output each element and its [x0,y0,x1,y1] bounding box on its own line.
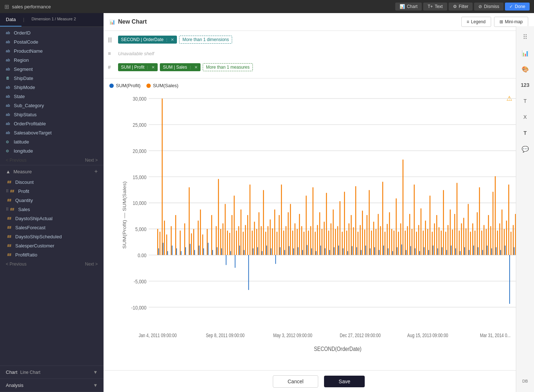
main-area: Data | Dimension 1 / Measure 2 ab OrderI… [0,13,534,392]
svg-text:-10,000: -10,000 [131,304,146,311]
field-shipmode[interactable]: ab ShipMode [0,83,104,92]
chart-panel: 📊 New Chart ≡ Legend ⊞ Mini-map [104,13,534,392]
field-salesforecast[interactable]: ## SalesForecast [0,223,104,232]
filter-icon: ⚙ [453,4,457,9]
analysis-section-row[interactable]: Analysis ▼ [0,379,104,392]
dim-next-btn[interactable]: Next > [85,158,98,163]
legend-btn[interactable]: ≡ Legend [461,17,491,27]
top-bar-actions: 📊 Chart T+ Text ⚙ Filter ⊘ Dismiss ✓ Don… [395,3,530,11]
shelf-tag-more-dimensions[interactable]: More than 1 dimensions [179,36,232,44]
field-quantity[interactable]: ## Quantity [0,196,104,205]
legend-dot-blue [109,84,114,88]
sidebar-comment-icon[interactable]: 💬 [519,142,532,155]
legend-dot-orange [146,84,151,88]
shelf-row-unavailable: ≡ Unavailable shelf [108,48,530,59]
field-postalcode[interactable]: ab PostalCode [0,37,104,47]
tag-profit-close-icon[interactable]: ✕ [151,65,155,70]
text-btn[interactable]: T+ Text [423,3,447,11]
modal-footer: Cancel Save [104,370,534,392]
done-btn[interactable]: ✓ Done [505,3,530,11]
shelf-row-measures: # SUM | Profit ⋮ ✕ SUM | Sales ⋮ ✕ More … [108,61,530,73]
field-productname[interactable]: ab ProductName [0,47,104,56]
field-sub-category[interactable]: ab Sub_Category [0,101,104,110]
shelf-tag-sales[interactable]: SUM | Sales ⋮ ✕ [160,63,200,71]
chart-btn[interactable]: 📊 Chart [395,3,422,11]
svg-text:20,000: 20,000 [133,148,146,154]
chart-svg: 30,000 25,000 20,000 15,000 10,000 5,000… [122,93,527,359]
tag-menu-icon[interactable]: ⋮ [165,38,169,42]
dismiss-btn[interactable]: ⊘ Dismiss [474,3,503,11]
svg-text:-5,000: -5,000 [134,278,146,285]
field-region[interactable]: ab Region [0,56,104,65]
svg-text:Sep 8, 2011 09:00:00: Sep 8, 2011 09:00:00 [206,333,245,338]
sidebar-x-axis-icon[interactable]: X [519,110,532,124]
shelf-row-columns: ||| SECOND | OrderDate ⋮ ✕ More than 1 d… [108,34,530,45]
field-salespercustomer[interactable]: ## SalesperCustomer [0,241,104,250]
shelf-tag-profit[interactable]: SUM | Profit ⋮ ✕ [118,63,158,71]
field-state[interactable]: ab State [0,92,104,101]
legend-item-profit: SUM(Profit) [109,83,141,88]
sidebar-text-format-icon[interactable]: T [519,94,532,108]
measure-section-header[interactable]: ▲ Measure + [0,165,104,178]
sidebar-chart-icon[interactable]: 📊 [519,47,532,60]
field-shipstatus[interactable]: ab ShipStatus [0,110,104,119]
tab-dimension-measure[interactable]: Dimension 1 / Measure 2 [26,13,82,27]
tag-sales-close-icon[interactable]: ✕ [194,65,198,70]
shelf-tag-orderdate[interactable]: SECOND | OrderDate ⋮ ✕ [118,36,177,44]
minimap-icon: ⊞ [499,19,503,24]
sidebar-palette-icon[interactable]: 🎨 [519,62,532,76]
field-profit[interactable]: ⠿ ## Profit [0,187,104,196]
analysis-chevron-icon: ▼ [93,383,98,388]
text-icon: T+ [428,4,433,9]
add-measure-btn[interactable]: + [94,168,98,175]
field-daystoshipactual[interactable]: ## DaystoShipActual [0,214,104,223]
field-segment[interactable]: ab Segment [0,65,104,74]
tag-profit-menu-icon[interactable]: ⋮ [146,65,149,69]
sidebar-dots-icon[interactable]: ⠿ [519,31,532,44]
chart-body: SUM(Profit) SUM(Sales) ⚠ [104,78,534,392]
rows-shelf-icon: ≡ [108,50,115,56]
field-orderid[interactable]: ab OrderID [0,28,104,37]
filter-btn[interactable]: ⚙ Filter [449,3,473,11]
app-title: sales performance [12,4,51,9]
tag-sales-menu-icon[interactable]: ⋮ [189,65,192,69]
chart-header-actions: ≡ Legend ⊞ Mini-map [461,17,528,27]
meas-next-btn[interactable]: Next > [85,262,98,267]
svg-text:Aug 15, 2013 09:00:00: Aug 15, 2013 09:00:00 [407,333,448,338]
field-discount[interactable]: ## Discount [0,178,104,187]
field-latitude[interactable]: ⊙ latitude [0,137,104,146]
meas-prev-btn[interactable]: < Previous [6,262,27,267]
legend-item-sales: SUM(Sales) [146,83,178,88]
field-daystoshipscheduled[interactable]: ## DaystoShipScheduled [0,232,104,241]
svg-text:Dec 27, 2012 09:00:00: Dec 27, 2012 09:00:00 [340,333,381,338]
field-salesabovetarget[interactable]: ab SalesaboveTarget [0,128,104,137]
top-bar: ⊞ sales performance 📊 Chart T+ Text ⚙ Fi… [0,0,534,13]
columns-shelf-icon: ||| [108,37,115,43]
save-button[interactable]: Save [324,376,365,387]
field-sales[interactable]: ⠿ ## Sales [0,205,104,214]
dim-prev-btn[interactable]: < Previous [6,158,27,163]
field-orderprofitable[interactable]: ab OrderProfitable [0,119,104,128]
tag-close-icon[interactable]: ✕ [171,37,174,42]
chart-title: New Chart [118,19,147,25]
measures-shelf-icon: # [108,64,115,70]
minimap-btn[interactable]: ⊞ Mini-map [494,17,528,27]
field-profitratio[interactable]: ## ProfitRatio [0,250,104,259]
sidebar-number-icon[interactable]: 123 [519,78,532,92]
shelf-tag-more-measures[interactable]: More than 1 measures [203,63,253,71]
cancel-button[interactable]: Cancel [273,375,319,388]
chart-section-row[interactable]: Chart Line Chart ▼ [0,366,104,379]
app-container: ⊞ sales performance 📊 Chart T+ Text ⚙ Fi… [0,0,534,392]
chart-icon-header: 📊 [109,19,115,25]
field-shipdate[interactable]: 🗓 ShipDate [0,74,104,83]
legend-icon: ≡ [467,19,469,24]
bottom-sections: Chart Line Chart ▼ Analysis ▼ [0,365,104,392]
dim-pagination: < Previous Next > [0,155,104,165]
sidebar-datasource-icon[interactable]: DB [519,375,532,388]
dismiss-icon: ⊘ [478,4,482,9]
tab-data[interactable]: Data [0,13,21,27]
svg-text:Jan 4, 2011 09:00:00: Jan 4, 2011 09:00:00 [139,333,177,338]
field-longitude[interactable]: ⊙ longitude [0,146,104,155]
svg-text:25,000: 25,000 [133,122,146,128]
sidebar-text-icon[interactable]: T [519,126,532,140]
